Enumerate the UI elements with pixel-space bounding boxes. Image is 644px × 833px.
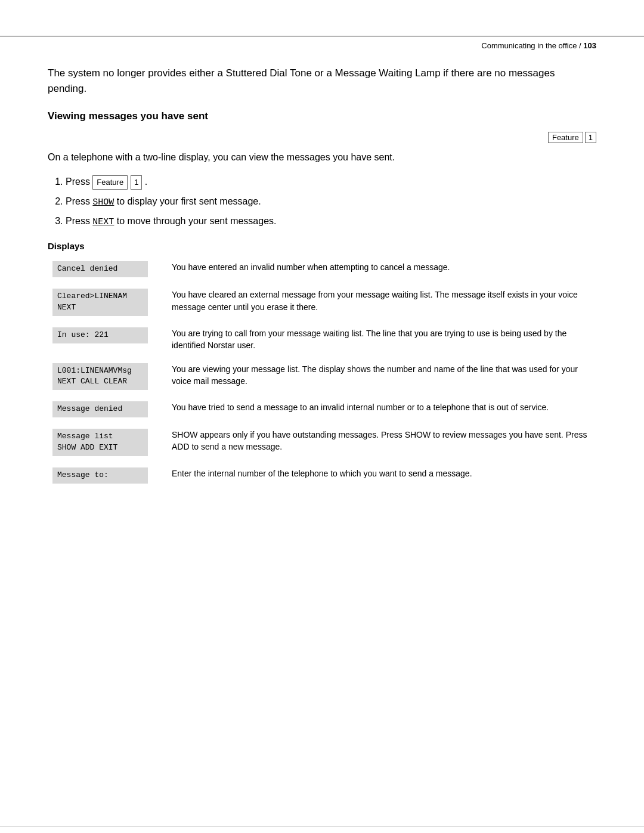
display-cell-1: Cancel denied [48,257,167,284]
page-number: 103 [583,41,596,50]
table-row: In use: 221 You are trying to call from … [48,323,596,359]
table-row: Message list SHOW ADD EXIT SHOW appears … [48,425,596,463]
desc-cell-6: SHOW appears only if you have outstandin… [167,425,596,463]
display-line2: NEXT [57,302,143,314]
page: Communicating in the office / 103 The sy… [0,36,644,833]
display-box-5: Message denied [52,401,148,417]
feature-button-row: Feature 1 [48,132,596,143]
main-content: The system no longer provides either a S… [0,66,644,491]
step2-suffix: to display your first sent message. [117,196,261,206]
display-box-4: L001:LINENAMVMsg NEXT CALL CLEAR [52,363,148,391]
display-cell-6: Message list SHOW ADD EXIT [48,425,167,463]
section-title: Viewing messages you have sent [48,110,596,122]
page-footer: P0881591 Issue 01 Modular ICS 4.0 System… [0,826,644,833]
display-box-3: In use: 221 [52,327,148,343]
table-row: Cleared>LINENAM NEXT You have cleared an… [48,284,596,323]
step-2: Press SHOW to display your first sent me… [66,194,596,209]
display-cell-4: L001:LINENAMVMsg NEXT CALL CLEAR [48,359,167,398]
step1-one-key: 1 [131,175,142,190]
display-cell-5: Message denied [48,397,167,425]
table-row: Cancel denied You have entered an invali… [48,257,596,284]
header-label: Communicating in the office / [481,41,583,50]
desc-cell-4: You are viewing your message list. The d… [167,359,596,398]
desc-cell-7: Enter the internal number of the telepho… [167,463,596,491]
one-key: 1 [585,132,596,143]
feature-key: Feature [548,132,583,143]
header-text: Communicating in the office / 103 [481,41,596,50]
table-row: Message to: Enter the internal number of… [48,463,596,491]
body-text: On a telephone with a two-line display, … [48,150,596,165]
steps-list: Press Feature 1 . Press SHOW to display … [66,175,596,230]
display-cell-3: In use: 221 [48,323,167,359]
display-box-6: Message list SHOW ADD EXIT [52,429,148,456]
displays-table: Cancel denied You have entered an invali… [48,257,596,490]
desc-cell-1: You have entered an invalid number when … [167,257,596,284]
show-key: SHOW [92,197,114,208]
display-line2-4: NEXT CALL CLEAR [57,376,143,388]
table-row: Message denied You have tried to send a … [48,397,596,425]
display-cell-2: Cleared>LINENAM NEXT [48,284,167,323]
displays-section: Displays Cancel denied You have entered … [48,241,596,490]
display-line1: Cleared>LINENAM [57,291,143,302]
desc-cell-2: You have cleared an external message fro… [167,284,596,323]
page-header: Communicating in the office / 103 [0,36,644,55]
display-box-7: Message to: [52,467,148,484]
step-1: Press Feature 1 . [66,175,596,190]
display-box-2: Cleared>LINENAM NEXT [52,289,148,316]
desc-cell-5: You have tried to send a message to an i… [167,397,596,425]
table-row: L001:LINENAMVMsg NEXT CALL CLEAR You are… [48,359,596,398]
display-line1-4: L001:LINENAMVMsg [57,366,143,377]
step-1-text: Press Feature 1 . [66,176,147,187]
display-line2-6: SHOW ADD EXIT [57,442,143,454]
intro-paragraph: The system no longer provides either a S… [48,66,596,96]
step3-suffix: to move through your sent messages. [117,216,277,226]
display-cell-7: Message to: [48,463,167,491]
step-3: Press NEXT to move through your sent mes… [66,214,596,229]
display-box-1: Cancel denied [52,261,148,277]
displays-heading: Displays [48,241,596,251]
step1-feature-key: Feature [92,175,128,190]
next-key: NEXT [92,217,114,227]
display-line1-6: Message list [57,431,143,442]
desc-cell-3: You are trying to call from your message… [167,323,596,359]
